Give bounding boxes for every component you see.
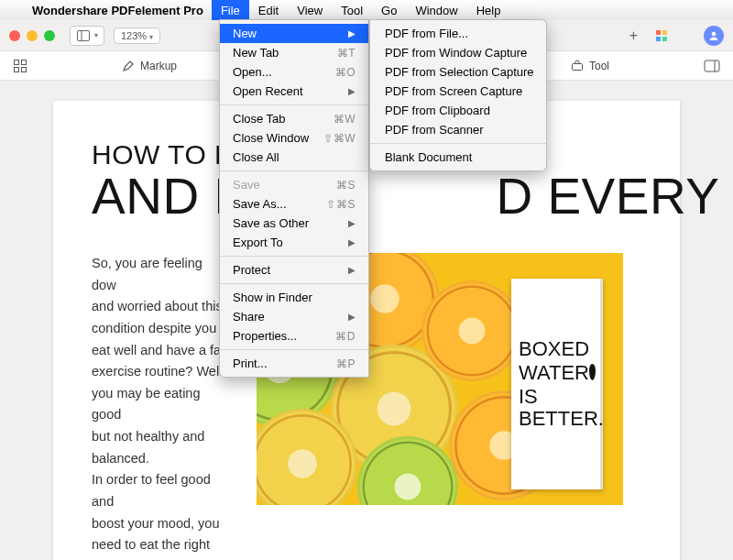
menu-item-save-as[interactable]: Save As...⇧⌘S	[220, 194, 368, 214]
panel-toggle-button[interactable]	[704, 60, 720, 72]
body-paragraph: So, you are feeling dow and worried abou…	[92, 253, 229, 560]
apps-icon[interactable]	[654, 28, 669, 43]
svg-rect-9	[15, 67, 19, 71]
menu-item-close-tab[interactable]: Close Tab⌘W	[220, 109, 368, 128]
svg-rect-4	[656, 37, 661, 41]
tool-label: Tool	[589, 60, 609, 72]
menu-item-share[interactable]: Share▶	[220, 307, 368, 326]
svg-point-6	[712, 31, 717, 36]
zoom-icon[interactable]	[44, 30, 55, 41]
app-name[interactable]: Wondershare PDFelement Pro	[24, 4, 212, 17]
svg-rect-0	[78, 30, 90, 40]
menu-item-new-tab[interactable]: New Tab⌘T	[220, 43, 368, 62]
menubar-item-file[interactable]: File	[212, 0, 249, 20]
menu-item-protect[interactable]: Protect▶	[220, 260, 368, 280]
markup-label: Markup	[140, 60, 177, 72]
submenu-item-pdf-from-selection-capture[interactable]: PDF from Selection Capture	[370, 62, 546, 82]
window-controls	[9, 30, 55, 41]
menubar-item-window[interactable]: Window	[406, 0, 466, 20]
submenu-item-pdf-from-screen-capture[interactable]: PDF from Screen Capture	[370, 82, 546, 101]
submenu-item-pdf-from-file[interactable]: PDF from File...	[370, 24, 546, 43]
zoom-selector[interactable]: 123% ▾	[114, 27, 160, 44]
menu-item-open[interactable]: Open...⌘O	[220, 62, 368, 82]
submenu-item-pdf-from-clipboard[interactable]: PDF from Clipboard	[370, 101, 546, 120]
menu-item-open-recent[interactable]: Open Recent▶	[220, 82, 368, 101]
menu-item-save: Save⌘S	[220, 175, 368, 194]
panel-icon	[704, 60, 720, 72]
svg-rect-5	[662, 37, 667, 41]
svg-rect-7	[15, 60, 19, 64]
menu-item-print[interactable]: Print...⌘P	[220, 354, 368, 373]
menu-item-close-window[interactable]: Close Window⇧⌘W	[220, 128, 368, 148]
markup-tab[interactable]: Markup	[122, 60, 177, 72]
sidebar-icon	[76, 28, 91, 43]
svg-rect-8	[22, 60, 27, 64]
toolbox-icon	[571, 60, 584, 72]
menubar-item-tool[interactable]: Tool	[332, 0, 372, 20]
menubar-item-help[interactable]: Help	[467, 0, 510, 20]
tool-tab[interactable]: Tool	[571, 60, 609, 72]
svg-rect-3	[662, 30, 667, 35]
boxed-water-carton: BOXED WATER IS BETTER.	[511, 279, 603, 489]
menubar-item-edit[interactable]: Edit	[249, 0, 288, 20]
menu-item-export-to[interactable]: Export To▶	[220, 233, 368, 252]
grid-icon	[13, 59, 27, 73]
file-menu-dropdown: New▶New Tab⌘TOpen...⌘OOpen Recent▶Close …	[219, 19, 369, 378]
markup-icon	[122, 60, 135, 72]
add-tab-button[interactable]: +	[622, 27, 645, 44]
menu-item-save-as-other[interactable]: Save as Other▶	[220, 214, 368, 233]
minimize-icon[interactable]	[27, 30, 38, 41]
svg-rect-2	[656, 30, 661, 35]
zoom-value: 123%	[121, 30, 149, 41]
svg-rect-11	[573, 63, 583, 70]
submenu-item-blank-document[interactable]: Blank Document	[370, 148, 546, 167]
account-avatar[interactable]	[704, 26, 724, 46]
close-icon[interactable]	[9, 30, 20, 41]
menubar-item-go[interactable]: Go	[372, 0, 406, 20]
thumbnails-button[interactable]	[13, 59, 27, 73]
menu-item-show-in-finder[interactable]: Show in Finder	[220, 288, 368, 307]
submenu-item-pdf-from-scanner[interactable]: PDF from Scanner	[370, 120, 546, 139]
new-submenu: PDF from File...PDF from Window CaptureP…	[369, 19, 547, 171]
sidebar-toggle-button[interactable]: ▾	[70, 26, 104, 46]
menubar: Wondershare PDFelement Pro FileEditViewT…	[0, 0, 733, 20]
menubar-item-view[interactable]: View	[288, 0, 332, 20]
water-drop-icon	[589, 364, 596, 380]
svg-rect-12	[705, 60, 719, 71]
menu-item-new[interactable]: New▶	[220, 24, 368, 43]
svg-rect-10	[22, 67, 27, 71]
submenu-item-pdf-from-window-capture[interactable]: PDF from Window Capture	[370, 43, 546, 62]
menu-item-properties[interactable]: Properties...⌘D	[220, 326, 368, 346]
menu-item-close-all[interactable]: Close All	[220, 148, 368, 167]
